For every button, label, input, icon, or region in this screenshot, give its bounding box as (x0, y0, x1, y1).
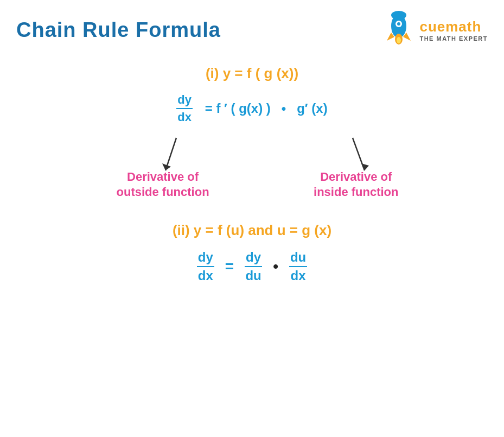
page-header: Chain Rule Formula cuemath THE MATH EXPE… (0, 0, 504, 54)
fraction-dydu: dy du (245, 250, 262, 283)
equals-sign: = (225, 258, 234, 275)
svg-point-5 (397, 37, 401, 43)
main-content: (i) y = f ( g (x)) dy dx = f ′ ( g(x) ) … (0, 54, 504, 283)
formula-text-i: = f ′ ( g(x) ) • g′ (x) (201, 101, 328, 116)
fraction-den-1: dx (198, 267, 213, 283)
rocket-icon (382, 11, 415, 49)
fraction-dydx: dy dx (176, 93, 193, 124)
arrows-labels-section: Derivative of outside function Derivativ… (100, 135, 404, 200)
fraction-den-2: du (245, 267, 261, 283)
logo-brand-suffix: math (445, 18, 481, 35)
logo-brand-prefix: cue (419, 18, 445, 35)
fraction-num-1: dy (197, 250, 214, 267)
label-outside-function: Derivative of outside function (117, 169, 209, 200)
fraction-num-2: dy (245, 250, 262, 267)
fraction-dydx-ii: dy dx (197, 250, 214, 283)
section-i-label: (i) y = f ( g (x)) (206, 65, 298, 82)
svg-point-7 (397, 22, 400, 26)
fraction-num-3: du (289, 250, 307, 267)
formula-row-i: dy dx = f ′ ( g(x) ) • g′ (x) (176, 93, 327, 124)
page-title: Chain Rule Formula (16, 18, 221, 42)
fraction-numerator: dy (176, 93, 193, 109)
label-inside-function: Derivative ofinside function (314, 169, 398, 200)
logo-brand: cuemath (419, 18, 481, 35)
logo-tagline: THE MATH EXPERT (419, 35, 488, 42)
svg-point-6 (391, 11, 406, 20)
formula-row-ii: dy dx = dy du • du dx (197, 250, 308, 283)
logo-text: cuemath THE MATH EXPERT (419, 18, 488, 42)
dot-operator-ii: • (273, 258, 278, 275)
fraction-denominator: dx (177, 109, 192, 124)
fraction-dudx: du dx (289, 250, 307, 283)
section-ii-label: (ii) y = f (u) and u = g (x) (173, 222, 331, 239)
fraction-den-3: dx (291, 267, 306, 283)
logo-area: cuemath THE MATH EXPERT (382, 11, 488, 49)
